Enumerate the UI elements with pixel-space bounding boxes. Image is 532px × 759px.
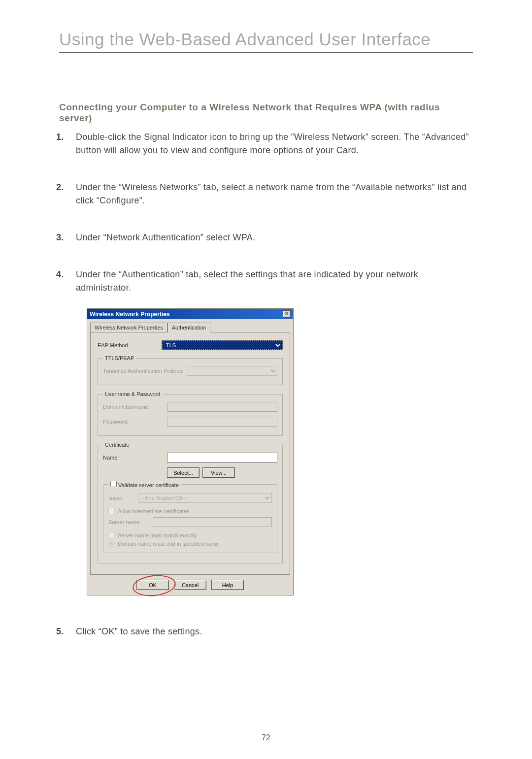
step-2: 2. Under the “Wireless Networks” tab, se… bbox=[76, 181, 473, 207]
domain-username-label: Domain\Username: bbox=[103, 404, 167, 410]
step-text: Under the “Wireless Networks” tab, selec… bbox=[76, 182, 466, 205]
step-1: 1. Double-click the Signal Indicator ico… bbox=[76, 131, 473, 157]
dialog-title: Wireless Network Properties bbox=[90, 311, 170, 318]
step-num: 5. bbox=[56, 625, 64, 638]
domain-name-end-label: Domain name must end in specified name bbox=[118, 541, 219, 547]
step-text: Under the “Authentication” tab, select t… bbox=[76, 269, 418, 293]
ok-circle-annotation: OK bbox=[136, 580, 169, 590]
tunnelled-auth-protocol-label: Tunnelled Authentication Protocol bbox=[103, 368, 187, 374]
section-heading: Connecting your Computer to a Wireless N… bbox=[59, 102, 473, 124]
wireless-network-properties-dialog: Wireless Network Properties × Wireless N… bbox=[87, 308, 294, 595]
eap-method-label: EAP Method bbox=[98, 342, 162, 348]
eap-method-select[interactable]: TLS bbox=[162, 340, 283, 350]
domain-name-end-radio bbox=[108, 540, 115, 547]
dialog-screenshot: Wireless Network Properties × Wireless N… bbox=[87, 308, 473, 595]
password-label: Password: bbox=[103, 419, 167, 425]
step-text: Under “Network Authentication” select WP… bbox=[76, 232, 255, 242]
page-title: Using the Web-Based Advanced User Interf… bbox=[59, 30, 473, 49]
tab-wireless-network-properties[interactable]: Wireless Network Properties bbox=[90, 323, 167, 332]
ttls-peap-legend: TTLS/PEAP bbox=[103, 355, 136, 361]
cancel-button[interactable]: Cancel bbox=[174, 580, 206, 590]
validate-server-group: Validate server certificate Issuer: - An… bbox=[103, 481, 277, 553]
allow-intermediate-checkbox bbox=[108, 508, 115, 514]
close-icon[interactable]: × bbox=[283, 310, 291, 318]
tunnelled-auth-protocol-select bbox=[187, 366, 277, 376]
cert-name-field[interactable] bbox=[167, 453, 277, 462]
domain-username-field bbox=[167, 402, 277, 412]
tab-body: EAP Method TLS TTLS/PEAP Tunnelled Authe… bbox=[90, 332, 290, 575]
dialog-button-row: OK Cancel Help bbox=[87, 578, 293, 595]
cert-name-label: Name: bbox=[103, 455, 167, 461]
server-name-exact-radio bbox=[108, 532, 115, 538]
ok-button[interactable]: OK bbox=[136, 580, 169, 590]
step-text: Double-click the Signal Indicator icon t… bbox=[76, 132, 469, 155]
title-rule bbox=[59, 52, 473, 53]
allow-intermediate-label: Allow intermediate certificates bbox=[118, 508, 190, 514]
validate-server-legend: Validate server certificate bbox=[108, 481, 181, 488]
steps-list-continued: 5. Click “OK” to save the settings. bbox=[76, 625, 473, 638]
step-4: 4. Under the “Authentication” tab, selec… bbox=[76, 268, 473, 295]
step-5: 5. Click “OK” to save the settings. bbox=[76, 625, 473, 638]
step-num: 3. bbox=[56, 231, 64, 244]
step-text: Click “OK” to save the settings. bbox=[76, 627, 202, 636]
issuer-label: Issuer: bbox=[108, 495, 138, 501]
certificate-group: Certificate Name: Select... View... Vali… bbox=[98, 442, 283, 563]
page-number: 72 bbox=[0, 733, 532, 742]
titlebar: Wireless Network Properties × bbox=[87, 309, 293, 319]
step-num: 2. bbox=[56, 181, 64, 194]
server-name-label: Server name: bbox=[108, 519, 153, 525]
step-3: 3. Under “Network Authentication” select… bbox=[76, 231, 473, 244]
ttls-peap-group: TTLS/PEAP Tunnelled Authentication Proto… bbox=[98, 355, 283, 385]
tab-authentication[interactable]: Authentication bbox=[167, 323, 211, 332]
step-num: 1. bbox=[56, 131, 64, 144]
username-password-legend: Username & Password bbox=[103, 391, 163, 397]
password-field bbox=[167, 417, 277, 427]
username-password-group: Username & Password Domain\Username: Pas… bbox=[98, 391, 283, 436]
server-name-field bbox=[153, 517, 272, 527]
help-button[interactable]: Help bbox=[211, 580, 244, 590]
tab-strip: Wireless Network Properties Authenticati… bbox=[90, 322, 290, 332]
step-num: 4. bbox=[56, 268, 64, 281]
server-name-exact-label: Server name must match exactly bbox=[118, 532, 197, 538]
view-button[interactable]: View... bbox=[202, 467, 235, 478]
issuer-select: - Any Trusted CA - bbox=[138, 493, 272, 503]
validate-server-label: Validate server certificate bbox=[118, 482, 179, 488]
steps-list: 1. Double-click the Signal Indicator ico… bbox=[76, 131, 473, 295]
select-button[interactable]: Select... bbox=[167, 467, 200, 478]
validate-server-checkbox[interactable] bbox=[110, 481, 117, 487]
certificate-legend: Certificate bbox=[103, 442, 132, 448]
